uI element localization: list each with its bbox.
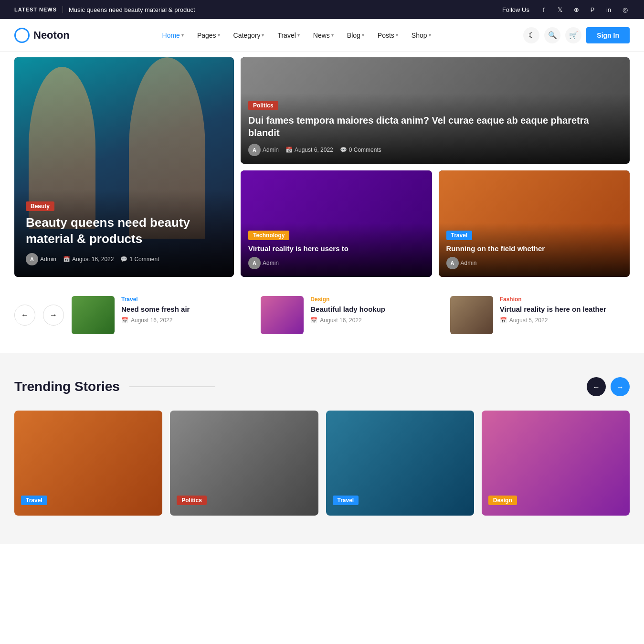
slider-category[interactable]: Design <box>310 296 440 303</box>
slider-thumb-fashion <box>450 296 493 334</box>
chevron-down-icon: ▾ <box>218 32 220 38</box>
trending-header: Trending Stories ← → <box>14 377 630 396</box>
trending-card[interactable]: Travel <box>14 411 162 516</box>
chevron-down-icon: ▾ <box>297 32 300 38</box>
slider-item-content: Design Beautiful lady hookup 📅 August 16… <box>310 296 440 324</box>
trending-card-badge: Travel <box>333 496 359 509</box>
latest-news-text: Music queens need beauty material & prod… <box>69 6 195 13</box>
chevron-down-icon: ▾ <box>429 32 431 38</box>
hero-card-politics[interactable]: Politics Dui fames tempora maiores dicta… <box>241 57 630 164</box>
nav-item-home[interactable]: Home ▾ <box>157 28 190 43</box>
slider-title: Beautiful lady hookup <box>310 305 440 314</box>
avatar: A <box>248 257 261 269</box>
trending-card[interactable]: Travel <box>326 411 474 516</box>
travel-card-content: Travel Running on the field whether A Ad… <box>439 223 630 277</box>
nav-item-shop[interactable]: Shop ▾ <box>406 28 437 43</box>
slider-item[interactable]: Fashion Virtual reality is here on leath… <box>450 296 630 334</box>
dark-mode-toggle[interactable]: ☾ <box>523 27 539 43</box>
slider-item-content: Travel Need some fresh air 📅 August 16, … <box>121 296 251 324</box>
trending-title: Trending Stories <box>14 379 120 394</box>
author-meta: A Admin <box>26 253 56 265</box>
pinterest-icon[interactable]: P <box>588 5 597 14</box>
travel-card-meta: A Admin <box>446 257 623 269</box>
slider-prev-button[interactable]: ← <box>14 305 35 326</box>
hero-main-title: Beauty queens need beauty material & pro… <box>26 215 222 247</box>
author-meta: A Admin <box>248 257 279 269</box>
calendar-icon: 📅 <box>285 147 293 153</box>
nav-item-posts[interactable]: Posts ▾ <box>372 28 404 43</box>
nav-item-blog[interactable]: Blog ▾ <box>341 28 370 43</box>
slider-date: 📅 August 16, 2022 <box>310 317 440 324</box>
slider-title: Need some fresh air <box>121 305 251 314</box>
slider-thumb-travel <box>72 296 115 334</box>
sign-in-button[interactable]: Sign In <box>586 27 630 43</box>
avatar: A <box>26 253 38 265</box>
author-meta: A Admin <box>446 257 477 269</box>
slider-title: Virtual reality is here on leather <box>500 305 630 314</box>
slider-category[interactable]: Travel <box>121 296 251 303</box>
trending-section: Trending Stories ← → Travel Politics Tra… <box>0 353 644 544</box>
instagram-icon[interactable]: ◎ <box>620 5 630 14</box>
trending-prev-button[interactable]: ← <box>587 377 606 396</box>
avatar: A <box>248 144 261 156</box>
hero-main-badge[interactable]: Beauty <box>26 201 54 211</box>
avatar: A <box>446 257 459 269</box>
hero-main-content: Beauty Beauty queens need beauty materia… <box>14 190 234 277</box>
trending-nav: ← → <box>587 377 630 396</box>
linkedin-icon[interactable]: in <box>604 5 613 14</box>
trending-card[interactable]: Politics <box>170 411 318 516</box>
slider-date: 📅 August 16, 2022 <box>121 317 251 324</box>
slider-next-button[interactable]: → <box>43 305 64 326</box>
technology-badge[interactable]: Technology <box>248 231 289 240</box>
nav-item-news[interactable]: News ▾ <box>307 28 339 43</box>
slider-category[interactable]: Fashion <box>500 296 630 303</box>
politics-card-title: Dui fames tempora maiores dicta anim? Ve… <box>248 114 622 139</box>
politics-card-meta: A Admin 📅 August 6, 2022 💬 0 Comments <box>248 144 622 156</box>
comments-meta: 💬 0 Comments <box>340 147 381 153</box>
header-actions: ☾ 🔍 🛒 Sign In <box>523 27 630 43</box>
date-meta: 📅 August 16, 2022 <box>63 256 114 263</box>
comments-meta: 💬 1 Comment <box>120 256 159 263</box>
search-button[interactable]: 🔍 <box>544 27 560 43</box>
tech-card-title: Virtual reality is here users to <box>248 244 424 253</box>
slider-item[interactable]: Design Beautiful lady hookup 📅 August 16… <box>261 296 440 334</box>
chevron-down-icon: ▾ <box>331 32 334 38</box>
slider-date: 📅 August 5, 2022 <box>500 317 630 324</box>
trending-header-left: Trending Stories <box>14 379 215 394</box>
nav-item-travel[interactable]: Travel ▾ <box>272 28 305 43</box>
chevron-down-icon: ▾ <box>181 32 184 38</box>
latest-news-label: LATEST NEWS <box>14 7 57 12</box>
cart-button[interactable]: 🛒 <box>565 27 581 43</box>
hero-main-card[interactable]: Beauty Beauty queens need beauty materia… <box>14 57 234 277</box>
chevron-down-icon: ▾ <box>262 32 264 38</box>
rss-icon[interactable]: ⊕ <box>571 5 581 14</box>
nav-item-category[interactable]: Category ▾ <box>228 28 270 43</box>
hero-card-technology[interactable]: Technology Virtual reality is here users… <box>241 170 432 277</box>
nav-item-pages[interactable]: Pages ▾ <box>191 28 226 43</box>
chevron-down-icon: ▾ <box>362 32 364 38</box>
travel-badge[interactable]: Travel <box>446 231 473 240</box>
calendar-icon: 📅 <box>310 317 317 324</box>
logo[interactable]: Neoton <box>14 28 70 43</box>
facebook-icon[interactable]: f <box>539 5 549 14</box>
logo-text: Neoton <box>33 29 70 42</box>
trending-card[interactable]: Design <box>482 411 630 516</box>
trending-card-badge: Travel <box>21 496 47 509</box>
top-bar-right: Follow Us f 𝕏 ⊕ P in ◎ <box>502 5 630 14</box>
calendar-icon: 📅 <box>500 317 507 324</box>
trending-next-button[interactable]: → <box>611 377 630 396</box>
politics-badge[interactable]: Politics <box>248 101 278 110</box>
calendar-icon: 📅 <box>121 317 128 324</box>
hero-section: Beauty Beauty queens need beauty materia… <box>0 57 644 277</box>
hero-right-column: Politics Dui fames tempora maiores dicta… <box>241 57 630 277</box>
divider <box>63 6 63 13</box>
twitter-icon[interactable]: 𝕏 <box>555 5 565 14</box>
trending-card-badge: Politics <box>177 496 207 509</box>
logo-icon <box>14 28 30 43</box>
politics-card-content: Politics Dui fames tempora maiores dicta… <box>241 93 630 164</box>
slider-item[interactable]: Travel Need some fresh air 📅 August 16, … <box>72 296 251 334</box>
chevron-down-icon: ▾ <box>396 32 398 38</box>
hero-bottom-row: Technology Virtual reality is here users… <box>241 170 630 277</box>
hero-card-travel[interactable]: Travel Running on the field whether A Ad… <box>439 170 630 277</box>
article-slider: ← → Travel Need some fresh air 📅 August … <box>0 277 644 344</box>
